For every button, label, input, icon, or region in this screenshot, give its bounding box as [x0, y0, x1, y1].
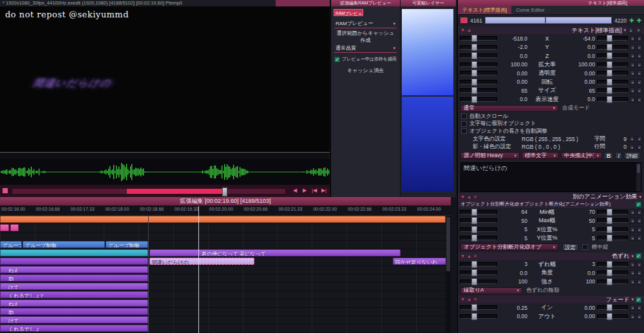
- slider-handle[interactable]: [471, 278, 477, 285]
- timeline-object[interactable]: 助: [0, 308, 148, 315]
- timeline-object[interactable]: 間違いだらけの: [149, 258, 254, 265]
- bold-button[interactable]: B: [604, 152, 613, 159]
- param-slider-left[interactable]: [460, 88, 497, 93]
- quality-combo[interactable]: 通常品質▾: [334, 44, 397, 53]
- option-checkbox-row[interactable]: オブジェクトの長さを自動調整: [458, 128, 644, 135]
- effect-enable-checkbox[interactable]: ✓: [636, 297, 641, 303]
- stepper-right-icon[interactable]: ▸: [637, 279, 642, 285]
- param-slider-right[interactable]: [597, 88, 628, 93]
- param-value-right[interactable]: 5: [567, 235, 595, 242]
- timeline-object[interactable]: くれるでしょ?: [0, 291, 148, 298]
- script-option-checkbox[interactable]: [582, 244, 588, 250]
- param-value-right[interactable]: 0.0: [567, 270, 595, 276]
- stepper-right-icon[interactable]: ▸: [637, 97, 642, 102]
- timeline-layer-row[interactable]: [0, 216, 446, 224]
- stepper-right-icon[interactable]: ▸: [637, 70, 642, 76]
- param-value-right[interactable]: 5: [567, 226, 595, 233]
- param-value-right[interactable]: 0.00: [567, 79, 595, 85]
- color-setting-label[interactable]: 影・縁色の設定: [460, 143, 519, 151]
- chevron-down-icon[interactable]: ▾: [631, 297, 634, 302]
- slider-handle[interactable]: [471, 44, 477, 51]
- slider-handle[interactable]: [607, 304, 612, 311]
- slider-handle[interactable]: [471, 269, 477, 276]
- param-slider-right[interactable]: [597, 271, 628, 275]
- param-slider-left[interactable]: [460, 236, 497, 240]
- param-slider-right[interactable]: [597, 53, 628, 58]
- timeline-object[interactable]: くれるでしょ: [0, 325, 148, 332]
- slider-handle[interactable]: [607, 226, 612, 233]
- move-up-icon[interactable]: ▲: [467, 252, 471, 260]
- effect-enable-checkbox[interactable]: ✓: [636, 202, 641, 207]
- param-value-left[interactable]: 0.0: [499, 53, 527, 59]
- create-cache-button[interactable]: 選択範囲からキャッシュ作成: [334, 32, 397, 41]
- checkbox-icon[interactable]: [461, 128, 467, 134]
- stepper-left-icon[interactable]: ◂: [630, 314, 635, 319]
- timeline-layer-row[interactable]: [0, 233, 446, 241]
- param-value-right[interactable]: 0.0: [567, 44, 595, 50]
- param-slider-left[interactable]: [460, 280, 497, 284]
- slider-handle[interactable]: [471, 70, 477, 77]
- italic-button[interactable]: I: [615, 152, 622, 159]
- param-value-right[interactable]: 100: [567, 278, 595, 285]
- tab-curve-editor[interactable]: Curve Editor: [511, 6, 549, 14]
- stepper-left-icon[interactable]: ◂: [630, 35, 635, 41]
- stepper-right-icon[interactable]: ▸: [637, 218, 642, 224]
- slider-handle[interactable]: [471, 79, 477, 86]
- timeline-object[interactable]: けて: [0, 283, 148, 290]
- timeline-layer-row[interactable]: 君の傍になって 花になって: [0, 249, 446, 258]
- stepper-left-icon[interactable]: ◂: [630, 62, 635, 68]
- param-value-left[interactable]: 0.0: [499, 270, 527, 276]
- chevron-down-icon[interactable]: ▾: [639, 195, 641, 200]
- param-value-left[interactable]: 5: [499, 226, 527, 233]
- checkbox-icon[interactable]: ✓: [334, 57, 340, 62]
- font-combo[interactable]: 源ノ明朝 Heavy▾: [460, 152, 520, 159]
- param-slider-left[interactable]: [460, 210, 497, 214]
- timeline-layer-row[interactable]: 間違いだらけの咲かせ足りないわ: [0, 258, 446, 266]
- stepper-right-icon[interactable]: ▸: [637, 79, 642, 85]
- effect-enable-checkbox[interactable]: ✓: [636, 253, 641, 259]
- move-down-icon[interactable]: ▼: [460, 26, 465, 34]
- param-slider-right[interactable]: [597, 62, 628, 67]
- timeline-layer-row[interactable]: ねえ: [0, 266, 446, 274]
- param-slider-left[interactable]: [460, 53, 497, 58]
- timeline-layer-row[interactable]: ねえ: [0, 300, 446, 308]
- delete-effect-icon[interactable]: ✕: [473, 193, 477, 201]
- param-value-right[interactable]: 100.00: [567, 61, 595, 68]
- param-slider-left[interactable]: [460, 262, 497, 267]
- stepper-left-icon[interactable]: ◂: [630, 53, 635, 59]
- param-value-left[interactable]: 100: [499, 278, 527, 285]
- slider-handle[interactable]: [471, 226, 477, 233]
- stepper-right-icon[interactable]: ▸: [637, 270, 642, 276]
- timeline-object[interactable]: 君の傍になって 花になって: [149, 249, 401, 256]
- param-slider-left[interactable]: [460, 227, 497, 232]
- param-slider-right[interactable]: [597, 36, 628, 41]
- param-value-left[interactable]: 0.25: [499, 305, 527, 311]
- slider-handle[interactable]: [471, 96, 477, 103]
- stepper-right-icon[interactable]: ▸: [637, 227, 642, 233]
- param-value-left[interactable]: 0.00: [499, 313, 527, 319]
- param-value-right[interactable]: 65: [567, 88, 595, 94]
- param-slider-left[interactable]: [460, 80, 497, 84]
- stepper-left-icon[interactable]: ◂: [630, 305, 635, 310]
- slider-handle[interactable]: [471, 61, 477, 68]
- stepper-left-icon[interactable]: ◂: [630, 279, 635, 285]
- timeline-titlebar[interactable]: 拡張編集 [00:02:19.60] [4189/5103]: [0, 197, 451, 205]
- slider-handle[interactable]: [471, 217, 477, 224]
- timeline-object[interactable]: [0, 224, 9, 231]
- spacing-value[interactable]: 0: [616, 144, 627, 150]
- timeline-layer-row[interactable]: グループ制御グループ制御グループ制御: [0, 241, 446, 249]
- variable-layer-titlebar[interactable]: 可変幅レイヤー: [401, 0, 456, 6]
- stepper-left-icon[interactable]: ◂: [630, 270, 635, 276]
- frame-end-value[interactable]: 4220: [614, 17, 627, 24]
- stepper-right-icon[interactable]: ▸: [637, 136, 642, 142]
- layer-gradient-block-bottom[interactable]: [402, 97, 453, 192]
- param-value-left[interactable]: 100.00: [499, 61, 527, 68]
- chevron-down-icon[interactable]: ▾: [631, 254, 634, 259]
- slider-handle[interactable]: [607, 96, 612, 103]
- stepper-right-icon[interactable]: ▸: [637, 62, 642, 68]
- chevron-down-icon[interactable]: ▾: [623, 28, 626, 33]
- param-slider-right[interactable]: [597, 71, 628, 75]
- stepper-left-icon[interactable]: ◂: [630, 44, 635, 50]
- timeline-object[interactable]: [0, 216, 446, 223]
- timeline-layer-row[interactable]: くれるでしょ?: [0, 291, 446, 300]
